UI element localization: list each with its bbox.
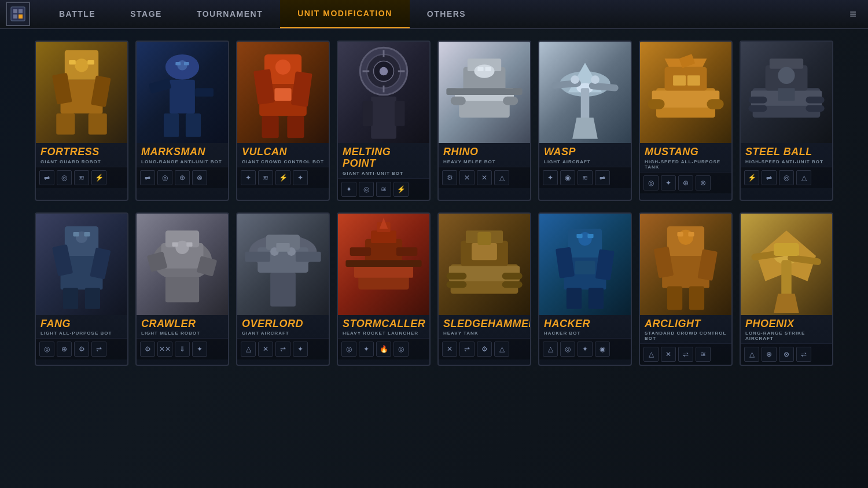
tab-others[interactable]: OTHERS xyxy=(410,0,483,28)
unit-icons-arclight: △ ✕ ⇌ ≋ xyxy=(640,343,731,365)
unit-icon-3[interactable]: ⊗ xyxy=(779,347,794,362)
unit-name-stormcaller: Stormcaller xyxy=(343,318,425,330)
tab-tournament[interactable]: TOURNAMENT xyxy=(179,0,280,28)
unit-icon-4[interactable]: ⇌ xyxy=(796,347,811,362)
unit-icon-4[interactable]: ≋ xyxy=(696,347,711,362)
unit-card-fang[interactable]: Fang LIGHT ALL-PURPOSE BOT ◎ ⊕ ⚙ ⇌ xyxy=(35,212,128,366)
unit-icon-4[interactable]: ⇌ xyxy=(595,170,610,185)
unit-icon-4[interactable]: ⚡ xyxy=(91,170,106,185)
unit-icon-2[interactable]: ⊕ xyxy=(762,347,777,362)
unit-card-crawler[interactable]: Crawler LIGHT MELEE ROBOT ⚙ ✕✕ ⇓ ✦ xyxy=(135,212,229,366)
unit-card-hacker[interactable]: Hacker HACKER BOT △ ◎ ✦ ◉ xyxy=(538,212,632,366)
unit-icon-3[interactable]: ⚡ xyxy=(275,170,290,185)
unit-icon-1[interactable]: ✦ xyxy=(543,170,558,185)
unit-icon-2[interactable]: ✕ xyxy=(661,347,676,362)
unit-icon-1[interactable]: △ xyxy=(543,342,558,357)
unit-icon-4[interactable]: ◎ xyxy=(393,342,409,357)
unit-icon-3[interactable]: ✦ xyxy=(578,342,593,357)
unit-card-fortress[interactable]: Fortress GIANT GUARD ROBOT ⇌ ◎ ≋ ⚡ xyxy=(35,41,128,201)
unit-icon-1[interactable]: △ xyxy=(241,342,256,357)
unit-card-sledgehammer[interactable]: Sledgehammer HEAVY TANK ✕ ⇌ ⚙ △ xyxy=(437,212,531,366)
svg-rect-121 xyxy=(502,273,523,280)
unit-icon-2[interactable]: ≋ xyxy=(258,170,273,185)
unit-icon-4[interactable]: △ xyxy=(494,170,509,185)
unit-card-stormcaller[interactable]: Stormcaller HEAVY ROCKET LAUNCHER ◎ ✦ 🔥 … xyxy=(337,212,431,366)
unit-icon-2[interactable]: ◎ xyxy=(359,182,374,197)
unit-icon-2[interactable]: ⇌ xyxy=(762,170,777,185)
unit-icon-3[interactable]: ⇌ xyxy=(678,347,693,362)
unit-icon-4[interactable]: ✦ xyxy=(293,342,308,357)
unit-card-wasp[interactable]: WASP LIGHT AIRCRAFT ✦ ◉ ≋ ⇌ xyxy=(538,41,632,201)
tab-stage[interactable]: STAGE xyxy=(113,0,179,28)
svg-rect-134 xyxy=(587,234,593,238)
app-logo[interactable] xyxy=(6,2,30,26)
tab-battle[interactable]: BATTLE xyxy=(42,0,113,28)
unit-icon-3[interactable]: ≋ xyxy=(376,182,391,197)
unit-icon-2[interactable]: ◎ xyxy=(57,170,72,185)
svg-rect-140 xyxy=(667,286,682,310)
unit-icon-1[interactable]: ◎ xyxy=(341,342,356,357)
unit-icon-4[interactable]: ⚡ xyxy=(393,182,409,197)
unit-card-marksman[interactable]: Marksman LONG-RANGE ANTI-UNIT BOT ⇌ ◎ ⊕ … xyxy=(135,41,229,201)
svg-rect-0 xyxy=(11,7,25,21)
unit-icon-1[interactable]: △ xyxy=(744,347,759,362)
unit-icon-2[interactable]: ✦ xyxy=(661,175,676,190)
unit-type-steel-ball: HIGH-SPEED ANTI-UNIT BOT xyxy=(745,159,827,164)
unit-icon-3[interactable]: 🔥 xyxy=(376,342,391,357)
menu-button[interactable]: ≡ xyxy=(844,8,862,21)
unit-icon-2[interactable]: ⇌ xyxy=(459,342,475,357)
unit-icon-4[interactable]: ◉ xyxy=(595,342,610,357)
unit-icon-3[interactable]: ⊕ xyxy=(678,175,693,190)
unit-card-rhino[interactable]: RHINO HEAVY MELEE BOT ⚙ ✕ ✕ △ xyxy=(437,41,531,201)
unit-icon-4[interactable]: ✦ xyxy=(293,170,308,185)
tab-unit-modification[interactable]: UNIT MODIFICATION xyxy=(280,0,410,28)
unit-icon-2[interactable]: ✕ xyxy=(459,170,475,185)
unit-icon-3[interactable]: ⇌ xyxy=(275,342,290,357)
unit-icon-3[interactable]: ⊕ xyxy=(175,170,190,185)
unit-icon-3[interactable]: ◎ xyxy=(779,170,794,185)
svg-rect-16 xyxy=(149,78,172,93)
unit-icon-2[interactable]: ◎ xyxy=(157,170,172,185)
unit-icon-2[interactable]: ✦ xyxy=(359,342,374,357)
unit-card-phoenix[interactable]: PHOENIX LONG-RANGE STRIKE AIRCRAFT △ ⊕ ⊗… xyxy=(740,212,833,366)
unit-icon-3[interactable]: ≋ xyxy=(74,170,89,185)
unit-card-mustang[interactable]: MUSTANG HIGH-SPEED ALL-PURPOSE TANK ◎ ✦ … xyxy=(639,41,733,201)
unit-icon-3[interactable]: ⚙ xyxy=(477,342,492,357)
unit-icon-3[interactable]: ⇓ xyxy=(175,342,190,357)
unit-icon-3[interactable]: ✕ xyxy=(477,170,492,185)
unit-icon-2[interactable]: ◎ xyxy=(560,342,575,357)
unit-icon-2[interactable]: ✕ xyxy=(258,342,273,357)
unit-icon-1[interactable]: ✦ xyxy=(341,182,356,197)
unit-icon-1[interactable]: ⚡ xyxy=(744,170,759,185)
unit-card-melting-point[interactable]: Melting Point GIANT ANTI-UNIT BOT ✦ ◎ ≋ … xyxy=(337,41,431,201)
unit-type-hacker: HACKER BOT xyxy=(544,331,626,336)
unit-icon-1[interactable]: ⚙ xyxy=(442,170,457,185)
unit-icon-1[interactable]: ⚙ xyxy=(140,342,155,357)
svg-rect-130 xyxy=(567,288,582,309)
unit-icon-1[interactable]: ⇌ xyxy=(39,170,54,185)
unit-card-vulcan[interactable]: Vulcan GIANT CROWD CONTROL BOT ✦ ≋ ⚡ ✦ xyxy=(236,41,330,201)
unit-card-overlord[interactable]: Overlord GIANT AIRCRAFT △ ✕ ⇌ ✦ xyxy=(236,212,330,366)
unit-icon-2[interactable]: ◉ xyxy=(560,170,575,185)
unit-icon-1[interactable]: ✕ xyxy=(442,342,457,357)
unit-card-arclight[interactable]: Arclight STANDARD CROWD CONTROL BOT △ ✕ … xyxy=(639,212,733,366)
svg-rect-85 xyxy=(85,288,100,309)
unit-icon-4[interactable]: ⇌ xyxy=(91,342,106,357)
unit-icon-4[interactable]: ⊗ xyxy=(192,170,207,185)
nav-tab-list: BATTLE STAGE TOURNAMENT UNIT MODIFICATIO… xyxy=(42,0,844,28)
unit-icon-4[interactable]: ⊗ xyxy=(696,175,711,190)
unit-icon-1[interactable]: ⇌ xyxy=(140,170,155,185)
unit-icon-1[interactable]: ✦ xyxy=(241,170,256,185)
unit-icon-1[interactable]: ◎ xyxy=(643,175,659,190)
unit-icon-3[interactable]: ⚙ xyxy=(74,342,89,357)
unit-icon-4[interactable]: △ xyxy=(796,170,811,185)
unit-icon-2[interactable]: ⊕ xyxy=(57,342,72,357)
unit-icon-1[interactable]: ◎ xyxy=(39,342,54,357)
unit-card-steel-ball[interactable]: Steel Ball HIGH-SPEED ANTI-UNIT BOT ⚡ ⇌ … xyxy=(740,41,833,201)
unit-icon-3[interactable]: ≋ xyxy=(578,170,593,185)
unit-icon-1[interactable]: △ xyxy=(643,347,659,362)
unit-type-mustang: HIGH-SPEED ALL-PURPOSE TANK xyxy=(645,159,727,170)
unit-icon-4[interactable]: △ xyxy=(494,342,509,357)
unit-icon-4[interactable]: ✦ xyxy=(192,342,207,357)
unit-icon-2[interactable]: ✕✕ xyxy=(157,342,172,357)
